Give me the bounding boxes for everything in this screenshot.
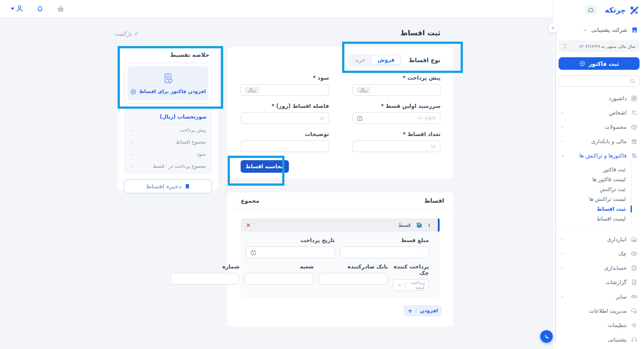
installment-summary-panel: خلاصه تقسیط افزودن فاکتور برای اقساط صور… <box>118 46 218 190</box>
sidebar-item-banking[interactable]: مالی و بانکداری <box>559 134 640 149</box>
sidebar-item-products[interactable]: محصولات <box>559 120 640 134</box>
sidebar-item-invoices-transactions[interactable]: فاکتورها و تراکنش ها <box>559 149 640 163</box>
cloud-icon <box>588 7 594 13</box>
chevron-down-icon <box>560 251 565 256</box>
form-grid: پیش پرداخت * ریال سود * ریال سررسید اولی… <box>241 75 441 152</box>
cheque-number-input[interactable] <box>174 276 235 282</box>
profit-input[interactable] <box>262 87 325 93</box>
description-input[interactable] <box>245 143 325 149</box>
submenu-item-installment-list[interactable]: لیست اقساط <box>559 214 631 224</box>
search-input[interactable] <box>563 78 627 85</box>
sidebar-divider <box>559 228 640 229</box>
submenu-item-register-transaction[interactable]: ثبت تراکنش <box>559 184 631 194</box>
gear-icon <box>631 322 638 329</box>
box-icon <box>631 123 638 131</box>
page-title: ثبت اقساط <box>227 29 441 37</box>
warehouse-icon <box>631 236 638 243</box>
sidebar-item-data-management[interactable]: مدیریت اطلاعات <box>559 304 640 318</box>
people-icon <box>631 109 638 116</box>
plus-circle-icon <box>130 89 136 95</box>
description-field: توضیحات <box>241 131 329 152</box>
currency-unit-chip: ریال <box>245 87 259 94</box>
report-icon <box>631 279 638 286</box>
bell-icon[interactable] <box>36 4 44 13</box>
installment-row-block: ۱ قسط ✕ مبلغ قسط تاریخ پرداخت <box>241 218 440 298</box>
installment-row-label: قسط <box>398 222 411 228</box>
installments-header: اقساط مجموع ۰ <box>227 192 453 209</box>
calendar-icon[interactable] <box>356 115 363 122</box>
sidebar-item-reports[interactable]: گزارشات <box>559 275 640 289</box>
count-input[interactable] <box>356 143 437 149</box>
sidebar-item-warehouse[interactable]: انبارداری <box>559 232 640 247</box>
sidebar-scrollbar[interactable] <box>555 25 556 344</box>
new-invoice-label: ثبت فاکتور <box>589 60 619 67</box>
add-invoice-dropzone: افزودن فاکتور برای اقساط <box>124 63 212 104</box>
plus-icon: + <box>407 307 412 314</box>
issuing-bank-input[interactable] <box>323 276 384 282</box>
type-option-sell[interactable]: فروش <box>372 55 400 64</box>
delete-installment-button[interactable]: ✕ <box>246 222 251 228</box>
sidebar-item-people[interactable]: اشخاص <box>559 106 640 120</box>
installment-type-row: نوع اقساط فروش خرید <box>241 54 441 66</box>
installment-amount-field: مبلغ قسط <box>340 237 429 258</box>
bill-summary-card: صورتحساب (ریال) پیش پرداخت ۰ مجموع اقساط… <box>124 109 212 174</box>
interval-input[interactable] <box>245 115 325 121</box>
search-icon <box>630 78 636 84</box>
sidebar-collapse-button[interactable]: » <box>548 23 558 33</box>
new-invoice-button[interactable]: ثبت فاکتور <box>559 57 640 70</box>
bill-row-total-installments: مجموع اقساط ۰ <box>129 136 207 148</box>
first-due-date-input[interactable] <box>366 115 437 121</box>
banknote-icon <box>631 250 638 257</box>
add-invoice-button[interactable]: افزودن فاکتور برای اقساط <box>127 66 208 100</box>
installment-row-number: ۱ <box>428 222 431 229</box>
fiscal-year-label: سال مالی منتهی به ۱۴۰۲/۱۲/۲۹ <box>579 44 636 49</box>
coins-icon <box>414 220 424 230</box>
cheque-payer-select[interactable]: پرداخت کننده <box>393 279 429 291</box>
chevron-down-icon <box>560 139 565 144</box>
fiscal-year-selector[interactable]: سال مالی منتهی به ۱۴۰۲/۱۲/۲۹ <box>559 40 640 52</box>
sidebar-menu: داشبورد اشخاص محصولات مالی و بانکداری فا… <box>559 91 640 347</box>
count-field: تعداد اقساط * <box>352 131 441 152</box>
plus-circle-icon <box>579 60 585 67</box>
submenu-item-transaction-list[interactable]: لیست تراکنش ها <box>559 194 631 204</box>
branch-input[interactable] <box>249 276 309 282</box>
save-installments-button[interactable]: ذخیره اقساط <box>124 179 212 193</box>
chevron-down-icon <box>560 294 565 299</box>
invoices-submenu: ثبت فاکتور لیست فاکتور ها ثبت تراکنش لیس… <box>559 164 631 225</box>
bill-row-profit: سود ۰ <box>129 148 207 160</box>
add-installment-button[interactable]: افزودن + <box>403 305 442 316</box>
chevron-down-icon <box>583 28 588 33</box>
submenu-item-register-invoice[interactable]: ثبت فاکتور <box>559 165 631 174</box>
installments-title: اقساط <box>424 197 444 204</box>
installments-card: اقساط مجموع ۰ ۱ قسط ✕ مبلغ قسط <box>227 192 453 327</box>
interval-field: فاصله اقساط (روز) * <box>241 103 329 124</box>
phone-support-button[interactable] <box>540 330 553 343</box>
submenu-item-register-installments[interactable]: ثبت اقساط <box>559 204 631 214</box>
app-logo: چرتکه <box>559 0 640 19</box>
chevron-down-icon <box>397 283 402 288</box>
submenu-item-invoice-list[interactable]: لیست فاکتور ها <box>559 174 631 184</box>
chevron-down-icon <box>560 125 565 129</box>
chevron-down-icon <box>560 237 565 242</box>
payment-date-input[interactable] <box>259 249 331 255</box>
sidebar-item-cheque[interactable]: چک <box>559 247 640 261</box>
user-menu-button[interactable] <box>11 4 24 13</box>
company-selector[interactable]: شرکت پشتیبانی <box>559 22 640 38</box>
cheque-payer-field: پرداخت کننده چک پرداخت کننده <box>393 264 429 291</box>
bookmark-icon <box>185 183 190 190</box>
sidebar-item-dashboard[interactable]: داشبورد <box>559 91 640 106</box>
incognito-icon[interactable] <box>56 4 65 13</box>
calculate-installments-button[interactable]: محاسبه اقساط <box>241 160 289 173</box>
sidebar-item-accounting[interactable]: حسابداری <box>559 261 640 275</box>
cloud-sync-button[interactable] <box>585 5 597 15</box>
back-link[interactable]: بازگشت <box>114 31 140 37</box>
calendar-icon[interactable] <box>250 249 257 256</box>
sidebar-item-support[interactable]: پشتیبانی <box>559 332 640 347</box>
installment-amount-input[interactable] <box>344 249 425 255</box>
sidebar-item-other[interactable]: سایر <box>559 289 640 304</box>
type-segmented-control: فروش خرید <box>348 54 402 66</box>
type-option-buy[interactable]: خرید <box>349 55 371 64</box>
installment-row-header: ۱ قسط ✕ <box>241 218 440 232</box>
sidebar-item-settings[interactable]: تنظیمات <box>559 318 640 332</box>
down-payment-input[interactable] <box>373 87 436 93</box>
